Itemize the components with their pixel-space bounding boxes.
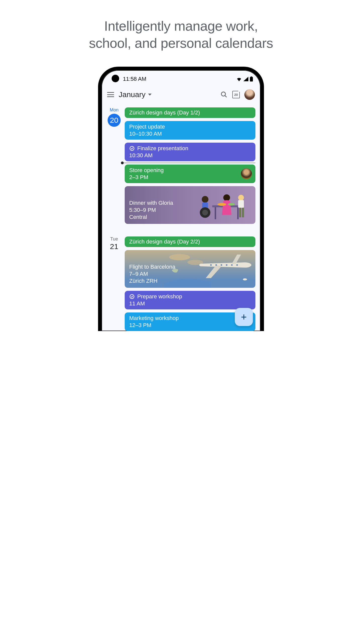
event-item[interactable]: Zürich design days (Day 2/2) [125,236,255,247]
current-time-indicator [122,163,255,163]
event-item[interactable]: Dinner with Gloria 5:30–9 PM Central [125,186,255,224]
plus-icon: + [241,312,247,322]
month-label: January [119,90,146,99]
day-name: Mon [107,107,122,113]
event-time: 10–10:30 AM [129,131,251,137]
signal-icon [243,77,248,81]
event-time: 2–3 PM [129,174,251,181]
day-number: 20 [108,114,121,127]
event-time: 12–3 PM [129,322,251,329]
svg-rect-0 [250,77,253,82]
event-title: Project update [129,124,251,130]
svg-rect-1 [251,76,252,77]
search-button[interactable] [220,91,228,98]
battery-icon [250,76,253,82]
app-header: January 20 [102,84,260,105]
today-button[interactable]: 20 [232,91,240,98]
calendar-schedule[interactable]: Mon 20 Zürich design days (Day 1/2) Proj… [102,105,260,331]
event-time: 10:30 AM [129,152,251,159]
phone-mockup: 11:58 AM January 20 Mon 20 Zü [98,67,264,331]
day-label[interactable]: Mon 20 [107,107,122,224]
wifi-icon [236,77,242,81]
event-title: Marketing workshop [129,315,251,321]
event-item[interactable]: Store opening 2–3 PM [125,165,255,183]
attendee-avatar [241,168,252,179]
event-title: Prepare workshop [137,293,182,300]
event-item[interactable]: Project update 10–10:30 AM [125,121,255,140]
menu-icon[interactable] [107,92,114,97]
event-item[interactable]: Prepare workshop 11 AM [125,291,255,309]
search-icon [220,91,228,98]
status-icons [236,76,253,82]
event-location: Zürich ZRH [129,278,251,284]
event-title: Zürich design days (Day 1/2) [129,109,251,116]
day-label[interactable]: Tue 21 [107,236,122,331]
event-title: Dinner with Gloria [129,200,251,206]
event-item[interactable]: Flight to Barcelona 7–9 AM Zürich ZRH [125,250,255,288]
events-column: Zürich design days (Day 1/2) Project upd… [125,107,255,224]
day-name: Tue [107,236,122,242]
day-section: Mon 20 Zürich design days (Day 1/2) Proj… [107,107,255,224]
marketing-headline: Intelligently manage work, school, and p… [78,0,284,67]
event-time: 7–9 AM [129,271,251,277]
event-title: Store opening [129,167,251,174]
create-event-fab[interactable]: + [235,308,253,326]
event-location: Central [129,214,251,220]
month-selector[interactable]: January [119,90,152,99]
chevron-down-icon [148,94,152,96]
camera-hole [112,75,119,82]
event-item[interactable]: Finalize presentation 10:30 AM [125,143,255,161]
svg-point-19 [169,254,190,260]
event-time: 11 AM [129,300,251,307]
status-bar: 11:58 AM [102,70,260,84]
status-time: 11:58 AM [123,76,146,82]
event-time: 5:30–9 PM [129,207,251,213]
event-title: Finalize presentation [137,145,188,152]
task-check-icon [129,146,135,151]
event-item[interactable]: Zürich design days (Day 1/2) [125,107,255,118]
event-title: Zürich design days (Day 2/2) [129,238,251,245]
account-avatar[interactable] [244,89,255,100]
day-number: 21 [107,242,122,251]
svg-line-3 [225,96,227,97]
day-section: Tue 21 Zürich design days (Day 2/2) [107,236,255,331]
event-title: Flight to Barcelona [129,264,251,270]
svg-point-2 [221,92,225,96]
task-check-icon [129,294,135,299]
